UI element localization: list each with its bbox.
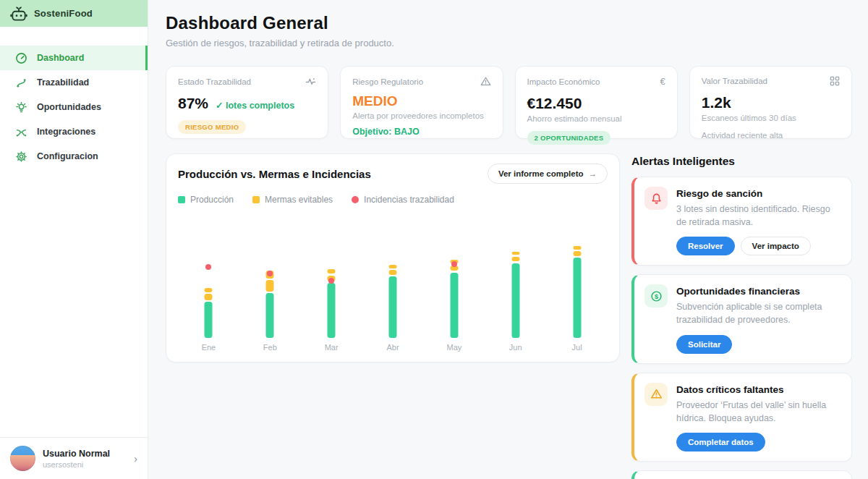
bell-icon [644, 187, 668, 210]
stat-title: Riesgo Regulatorio [352, 77, 423, 86]
stat-value-note: ✓ lotes completos [216, 100, 294, 111]
qr-icon [830, 76, 840, 86]
stats-row: Estado Trazabilidad 87% ✓ lotes completo… [166, 66, 852, 139]
legend-swatch-green [178, 196, 185, 203]
stat-card-valor-trazabilidad: Valor Trazabilidad 1.2k Escaneos últimos… [689, 66, 852, 139]
chevron-right-icon: › [134, 453, 137, 465]
mermas-bar-segment [389, 270, 397, 275]
incidencia-dot [267, 271, 273, 276]
bar-group-jul [546, 209, 608, 338]
legend-swatch-red [352, 196, 359, 203]
mermas-bar-segment [205, 288, 213, 292]
alert-desc: Proveedor ‘Frutas del valle’ sin huella … [676, 399, 841, 425]
view-report-button[interactable]: Ver informe completo → [488, 164, 608, 184]
x-axis-tick: May [423, 343, 485, 352]
bar-chart-plot [178, 209, 608, 338]
incidencia-dot [205, 264, 211, 270]
user-name: Usuario Normal [43, 449, 110, 459]
main-content: Dashboard General Gestión de riesgos, tr… [148, 0, 868, 479]
resolver-button[interactable]: Resolver [676, 237, 735, 255]
activity-icon [305, 76, 316, 87]
page-subtitle: Gestión de riesgos, trazabilidad y retir… [166, 38, 852, 48]
status-badge: RIESGO MEDIO [178, 120, 246, 134]
sidebar-item-label: Integraciones [37, 127, 95, 137]
logo: SosteniFood [0, 0, 148, 27]
stat-desc: Ahorro estimado mensual [527, 114, 665, 123]
user-menu[interactable]: Usuario Normal usersosteni › [0, 437, 148, 479]
sidebar-item-label: Configuracion [37, 151, 98, 161]
mermas-bar-segment [328, 269, 336, 274]
x-axis-tick: Jul [546, 343, 608, 352]
stat-title: Estado Trazabilidad [178, 77, 251, 86]
avatar [10, 446, 35, 471]
incidencia-dot [328, 278, 334, 284]
stat-value: €12.450 [527, 95, 582, 112]
chart-x-axis-labels: EneFebMarAbrMayJunJul [178, 343, 608, 352]
stat-value: 1.2k [702, 94, 731, 111]
sidebar-item-dashboard[interactable]: Dashboard [0, 46, 148, 70]
completar-datos-button[interactable]: Completar datos [676, 433, 765, 452]
ver-impacto-button[interactable]: Ver impacto [741, 237, 811, 255]
legend-incidencias: Incidencias trazabilidad [352, 195, 454, 205]
status-badge: 2 OPORTUNIDADES [527, 131, 611, 145]
sidebar-item-oportunidades[interactable]: Oportunidades [0, 95, 148, 119]
page-title: Dashboard General [166, 13, 852, 33]
sidebar-item-trazabilidad[interactable]: Trazabilidad [0, 70, 148, 95]
x-axis-tick: Jun [485, 343, 546, 352]
stat-desc-secondary: Actividad reciente alta [702, 131, 840, 140]
sidebar-item-label: Trazabilidad [37, 77, 89, 88]
legend-produccion: Producción [178, 195, 234, 205]
alert-datos-criticos: Datos críticos faltantes Proveedor ‘Frut… [631, 373, 852, 462]
stat-title: Valor Trazabilidad [702, 77, 767, 85]
production-chart-card: Producción vs. Mermas e Incidencias Ver … [166, 153, 620, 363]
produccion-bar [450, 273, 458, 338]
app-name: SosteniFood [34, 8, 93, 19]
alerts-panel: Alertas Inteligentes Riesgo de sanción 3… [631, 153, 852, 479]
bar-group-mar [301, 209, 362, 338]
incidencia-dot [451, 261, 457, 267]
alert-title: Riesgo de sanción [676, 188, 841, 199]
chart-legend: Producción Mermas evitables Incidencias … [178, 195, 608, 205]
chart-title: Producción vs. Mermas e Incidencias [178, 168, 371, 180]
mermas-bar-segment [266, 280, 274, 291]
alert-triangle-icon [480, 76, 491, 87]
mermas-bar-segment [511, 257, 519, 262]
sidebar-item-integraciones[interactable]: Integraciones [0, 119, 148, 144]
stat-desc: Alerta por proveedores incompletos [352, 111, 490, 120]
arrow-right-icon: → [589, 169, 597, 178]
stat-value: 87% [178, 95, 208, 112]
bar-group-abr [362, 209, 424, 338]
route-icon [15, 77, 27, 89]
sidebar-item-label: Oportunidades [37, 102, 101, 112]
legend-swatch-yellow [252, 196, 260, 203]
stat-title: Impacto Económico [527, 77, 600, 86]
stat-desc: Escaneos últimos 30 días [702, 114, 840, 122]
bar-group-feb [239, 209, 301, 338]
solicitar-button[interactable]: Solicitar [676, 335, 732, 354]
alerts-heading: Alertas Inteligentes [631, 155, 852, 168]
stat-card-riesgo-regulatorio: Riesgo Regulatorio MEDIO Alerta por prov… [340, 66, 503, 139]
produccion-bar [573, 258, 581, 338]
produccion-bar [205, 302, 213, 338]
mermas-bar-segment [389, 265, 397, 268]
sidebar-item-configuracion[interactable]: Configuracion [0, 144, 148, 169]
gear-icon [15, 151, 27, 163]
alert-title: Oportunidades financieras [676, 286, 841, 297]
x-axis-tick: Abr [362, 343, 424, 352]
mermas-bar-segment [511, 252, 519, 255]
branch-icon [15, 126, 27, 138]
alert-title: Datos críticos faltantes [676, 384, 841, 395]
stat-objective: Objetivo: BAJO [352, 127, 490, 137]
sidebar-item-label: Dashboard [37, 53, 84, 63]
x-axis-tick: Mar [301, 343, 362, 352]
mermas-bar-segment [573, 251, 581, 256]
alert-oportunidades-financieras: $ Oportunidades financieras Subvención a… [631, 274, 852, 363]
alert-desc: Subvención aplicable si se completa traz… [676, 300, 841, 326]
bulb-icon [15, 101, 27, 114]
alert-preparacion-inspecciones: Preparación inspecciones Documentación l… [631, 470, 852, 479]
x-axis-tick: Feb [239, 343, 301, 352]
robot-leaf-logo-icon [9, 4, 28, 23]
bar-group-ene [178, 209, 239, 338]
sidebar-nav: Dashboard Trazabilidad Oportunidades [0, 46, 148, 169]
produccion-bar [328, 283, 336, 338]
